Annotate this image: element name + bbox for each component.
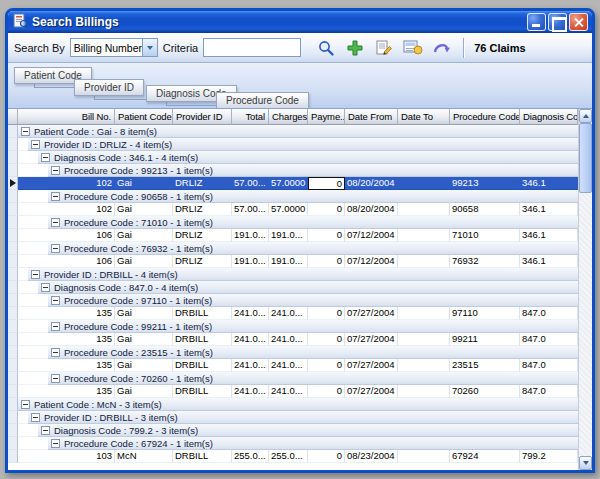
cell-bill_no[interactable]: 106 bbox=[18, 255, 115, 268]
cell-date_to[interactable] bbox=[398, 307, 450, 320]
cell-provider_id[interactable]: DRBILL bbox=[173, 307, 232, 320]
cell-payment[interactable]: 0 bbox=[308, 229, 345, 242]
group-row[interactable]: Patient Code : McN - 3 item(s) bbox=[8, 398, 578, 411]
column-header-bill_no[interactable]: Bill No. bbox=[18, 109, 115, 125]
cell-total[interactable]: 255.0... bbox=[232, 450, 269, 463]
row-selector[interactable] bbox=[8, 190, 18, 203]
cell-payment[interactable]: 0 bbox=[308, 385, 345, 398]
maximize-button[interactable] bbox=[548, 13, 567, 31]
close-button[interactable] bbox=[569, 13, 588, 31]
row-selector[interactable] bbox=[8, 255, 18, 268]
column-header-total[interactable]: Total bbox=[232, 109, 269, 125]
refresh-icon[interactable] bbox=[430, 36, 454, 60]
data-row[interactable]: 102GaiDRLIZ57.00...57.0000008/20/2004906… bbox=[8, 203, 578, 216]
cell-date_from[interactable]: 07/27/2004 bbox=[345, 333, 398, 346]
cell-total[interactable]: 241.0... bbox=[232, 359, 269, 372]
cell-total[interactable]: 241.0... bbox=[232, 333, 269, 346]
cell-total[interactable]: 191.0... bbox=[232, 255, 269, 268]
collapse-icon[interactable] bbox=[31, 413, 40, 422]
cell-total[interactable]: 57.00... bbox=[232, 203, 269, 216]
cell-date_from[interactable]: 07/27/2004 bbox=[345, 385, 398, 398]
scrollbar-thumb[interactable] bbox=[579, 123, 592, 193]
data-row[interactable]: 106GaiDRLIZ191.0...191.0...007/12/200471… bbox=[8, 229, 578, 242]
group-row[interactable]: Provider ID : DRLIZ - 4 item(s) bbox=[8, 138, 578, 151]
cell-date_to[interactable] bbox=[398, 359, 450, 372]
cell-payment[interactable]: 0 bbox=[308, 333, 345, 346]
column-header-procedure_code[interactable]: Procedure Code bbox=[450, 109, 520, 125]
cell-procedure_code[interactable]: 99211 bbox=[450, 333, 520, 346]
title-bar[interactable]: Search Billings bbox=[8, 11, 592, 33]
cell-date_to[interactable] bbox=[398, 333, 450, 346]
group-row[interactable]: Procedure Code : 97110 - 1 item(s) bbox=[8, 294, 578, 307]
cell-patient_code[interactable]: McN bbox=[115, 450, 173, 463]
row-selector[interactable] bbox=[8, 450, 18, 463]
cell-charges[interactable]: 57.0000 bbox=[269, 177, 308, 190]
cell-provider_id[interactable]: DRLIZ bbox=[173, 177, 232, 190]
row-selector[interactable] bbox=[8, 424, 18, 437]
cell-diagnosis_code[interactable]: 847.0 bbox=[520, 307, 578, 320]
cell-procedure_code[interactable]: 23515 bbox=[450, 359, 520, 372]
row-selector[interactable] bbox=[8, 437, 18, 450]
cell-total[interactable]: 191.0... bbox=[232, 229, 269, 242]
group-row[interactable]: Procedure Code : 71010 - 1 item(s) bbox=[8, 216, 578, 229]
row-selector[interactable] bbox=[8, 203, 18, 216]
row-selector[interactable] bbox=[8, 346, 18, 359]
data-row[interactable]: 135GaiDRBILL241.0...241.0...007/27/20049… bbox=[8, 333, 578, 346]
row-selector[interactable] bbox=[8, 320, 18, 333]
row-selector[interactable] bbox=[8, 307, 18, 320]
scrollbar-track[interactable] bbox=[579, 123, 592, 456]
scroll-down-button[interactable] bbox=[579, 456, 592, 470]
cell-provider_id[interactable]: DRBILL bbox=[173, 385, 232, 398]
cell-procedure_code[interactable]: 67924 bbox=[450, 450, 520, 463]
collapse-icon[interactable] bbox=[51, 192, 60, 201]
cell-charges[interactable]: 241.0... bbox=[269, 359, 308, 372]
column-header-charges[interactable]: Charges bbox=[269, 109, 308, 125]
group-row[interactable]: Procedure Code : 90658 - 1 item(s) bbox=[8, 190, 578, 203]
cell-procedure_code[interactable]: 97110 bbox=[450, 307, 520, 320]
cell-patient_code[interactable]: Gai bbox=[115, 203, 173, 216]
minimize-button[interactable] bbox=[527, 13, 546, 31]
collapse-icon[interactable] bbox=[41, 283, 50, 292]
collapse-icon[interactable] bbox=[51, 166, 60, 175]
cell-procedure_code[interactable]: 76932 bbox=[450, 255, 520, 268]
column-header-patient_code[interactable]: Patient Code bbox=[115, 109, 173, 125]
row-selector[interactable] bbox=[8, 398, 18, 411]
group-row[interactable]: Procedure Code : 67924 - 1 item(s) bbox=[8, 437, 578, 450]
group-row[interactable]: Diagnosis Code : 346.1 - 4 item(s) bbox=[8, 151, 578, 164]
group-row[interactable]: Procedure Code : 23515 - 1 item(s) bbox=[8, 346, 578, 359]
group-row[interactable]: Diagnosis Code : 847.0 - 4 item(s) bbox=[8, 281, 578, 294]
row-selector[interactable] bbox=[8, 164, 18, 177]
row-selector[interactable] bbox=[8, 372, 18, 385]
cell-date_to[interactable] bbox=[398, 229, 450, 242]
scroll-up-button[interactable] bbox=[579, 109, 592, 123]
row-selector[interactable] bbox=[8, 125, 18, 138]
claims-icon[interactable] bbox=[401, 36, 425, 60]
cell-bill_no[interactable]: 102 bbox=[18, 177, 115, 190]
collapse-icon[interactable] bbox=[41, 153, 50, 162]
cell-charges[interactable]: 241.0... bbox=[269, 333, 308, 346]
collapse-icon[interactable] bbox=[51, 322, 60, 331]
cell-bill_no[interactable]: 135 bbox=[18, 359, 115, 372]
group-row[interactable]: Procedure Code : 99211 - 1 item(s) bbox=[8, 320, 578, 333]
cell-diagnosis_code[interactable]: 346.1 bbox=[520, 203, 578, 216]
cell-payment[interactable]: 0 bbox=[308, 255, 345, 268]
cell-date_from[interactable]: 08/23/2004 bbox=[345, 450, 398, 463]
cell-patient_code[interactable]: Gai bbox=[115, 359, 173, 372]
cell-diagnosis_code[interactable]: 346.1 bbox=[520, 255, 578, 268]
collapse-icon[interactable] bbox=[51, 218, 60, 227]
group-row[interactable]: Provider ID : DRBILL - 4 item(s) bbox=[8, 268, 578, 281]
data-row[interactable]: 135GaiDRBILL241.0...241.0...007/27/20049… bbox=[8, 307, 578, 320]
cell-payment[interactable]: 0 bbox=[308, 450, 345, 463]
data-row[interactable]: 103McNDRBILL255.0...255.0...008/23/20046… bbox=[8, 450, 578, 463]
cell-provider_id[interactable]: DRLIZ bbox=[173, 255, 232, 268]
row-selector[interactable] bbox=[8, 385, 18, 398]
collapse-icon[interactable] bbox=[31, 270, 40, 279]
cell-payment[interactable]: 0 bbox=[308, 359, 345, 372]
cell-date_from[interactable]: 07/12/2004 bbox=[345, 255, 398, 268]
column-header-date_to[interactable]: Date To bbox=[398, 109, 450, 125]
cell-payment[interactable]: 0 bbox=[308, 307, 345, 320]
cell-bill_no[interactable]: 135 bbox=[18, 333, 115, 346]
row-selector[interactable] bbox=[8, 294, 18, 307]
row-selector[interactable] bbox=[8, 268, 18, 281]
cell-bill_no[interactable]: 103 bbox=[18, 450, 115, 463]
